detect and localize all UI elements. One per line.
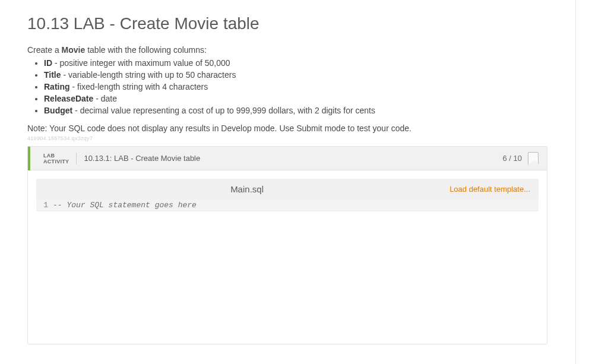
list-item: ID - positive integer with maximum value…: [44, 58, 547, 68]
list-item: ReleaseDate - date: [44, 94, 547, 103]
lab-activity-box: LAB ACTIVITY 10.13.1: LAB - Create Movie…: [27, 146, 547, 344]
intro-paragraph: Create a Movie table with the following …: [27, 45, 547, 55]
lab-header: LAB ACTIVITY 10.13.1: LAB - Create Movie…: [28, 147, 547, 170]
lab-tag-line2: ACTIVITY: [43, 159, 69, 164]
lab-tag-line1: LAB: [43, 153, 69, 159]
bookmark-icon[interactable]: [528, 152, 539, 165]
note-text: Note: Your SQL code does not display any…: [27, 124, 547, 133]
list-item: Rating - fixed-length string with 4 char…: [44, 82, 547, 91]
editor-area[interactable]: 1 -- Your SQL statement goes here: [36, 199, 539, 335]
column-desc: - variable-length string with up to 50 c…: [61, 70, 236, 80]
editor-blank-area[interactable]: [36, 211, 539, 335]
editor-header: Main.sql Load default template...: [36, 179, 539, 199]
intro-prefix: Create a: [27, 45, 62, 55]
editor-filename: Main.sql: [45, 184, 449, 194]
page-title: 10.13 LAB - Create Movie table: [27, 14, 547, 33]
lab-title: 10.13.1: LAB - Create Movie table: [84, 154, 200, 163]
lab-score: 6 / 10: [502, 154, 522, 163]
intro-bold: Movie: [62, 45, 86, 55]
column-name: Budget: [44, 106, 72, 115]
load-default-template-link[interactable]: Load default template...: [449, 185, 530, 194]
lab-tag: LAB ACTIVITY: [36, 153, 77, 164]
column-name: Rating: [44, 82, 70, 91]
column-desc: - decimal value representing a cost of u…: [72, 106, 375, 115]
watermark-id: 419904.1857534.qx3zqy7: [27, 135, 547, 141]
column-desc: - date: [93, 94, 117, 103]
column-desc: - positive integer with maximum value of…: [52, 58, 230, 68]
lab-body: Main.sql Load default template... 1 -- Y…: [28, 170, 547, 344]
intro-suffix: table with the following columns:: [85, 45, 207, 55]
lab-accent-bar: [28, 147, 30, 170]
column-name: ReleaseDate: [44, 94, 93, 103]
column-desc: - fixed-length string with 4 characters: [70, 82, 208, 91]
column-name: ID: [44, 58, 52, 68]
page: 10.13 LAB - Create Movie table Create a …: [0, 0, 575, 344]
editor-first-line[interactable]: 1 -- Your SQL statement goes here: [36, 199, 539, 211]
column-name: Title: [44, 70, 61, 80]
columns-list: ID - positive integer with maximum value…: [44, 58, 547, 115]
right-divider: [575, 0, 576, 364]
code-line[interactable]: -- Your SQL statement goes here: [52, 201, 197, 210]
code-editor: Main.sql Load default template... 1 -- Y…: [36, 179, 539, 335]
list-item: Title - variable-length string with up t…: [44, 70, 547, 80]
line-number: 1: [36, 201, 52, 210]
list-item: Budget - decimal value representing a co…: [44, 106, 547, 115]
